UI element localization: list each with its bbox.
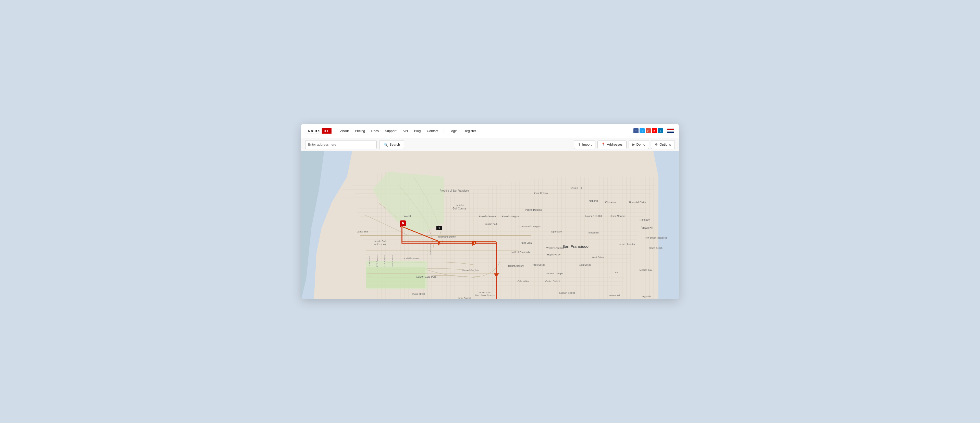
toolbar: 🔍 Search ⬆ Import 📍 Addresses ▶ Demo ⚙ O…	[301, 138, 679, 151]
svg-text:Union Square: Union Square	[610, 215, 625, 218]
svg-text:Open Space Reserve: Open Space Reserve	[475, 294, 495, 296]
logo-route: Route	[306, 128, 322, 134]
facebook-icon[interactable]: f	[633, 128, 638, 133]
demo-label: Demo	[636, 142, 646, 146]
browser-window: RouteXL About Pricing Docs Support API B…	[301, 124, 679, 299]
nav-pricing[interactable]: Pricing	[352, 128, 368, 134]
nav-right: f t g+ ▶ in	[633, 128, 674, 133]
svg-text:Transbay: Transbay	[639, 219, 649, 221]
svg-text:San Francisco: San Francisco	[563, 244, 589, 249]
nav-blog[interactable]: Blog	[412, 128, 423, 134]
nav-api[interactable]: API	[400, 128, 410, 134]
svg-text:40th Avenue: 40th Avenue	[391, 255, 394, 267]
svg-text:Richmond District: Richmond District	[438, 236, 456, 238]
svg-text:Chinatown: Chinatown	[605, 201, 617, 204]
svg-text:Cow Hollow: Cow Hollow	[535, 192, 548, 195]
svg-text:Golf Course: Golf Course	[374, 243, 387, 246]
nav-login[interactable]: Login	[447, 128, 460, 134]
svg-text:25th Avenue: 25th Avenue	[430, 244, 432, 255]
import-label: Import	[582, 142, 592, 146]
svg-text:Presidio: Presidio	[455, 204, 464, 207]
addresses-button[interactable]: 📍 Addresses	[597, 140, 626, 149]
options-icon: ⚙	[655, 142, 658, 146]
svg-text:Dogpatch: Dogpatch	[641, 295, 651, 298]
svg-text:Castro District: Castro District	[546, 280, 560, 283]
logo[interactable]: RouteXL	[306, 128, 331, 134]
svg-text:Irving Street: Irving Street	[412, 293, 425, 295]
nav-contact[interactable]: Contact	[425, 128, 441, 134]
svg-text:37th Avenue: 37th Avenue	[383, 255, 386, 267]
svg-text:Lower Pacific Heights: Lower Pacific Heights	[519, 225, 541, 228]
toolbar-right: ⬆ Import 📍 Addresses ▶ Demo ⚙ Options	[574, 140, 675, 149]
svg-text:Mission Bay: Mission Bay	[640, 269, 652, 271]
svg-text:Lower Nob Hill: Lower Nob Hill	[585, 215, 601, 218]
svg-text:12th Street: 12th Street	[579, 263, 591, 266]
svg-text:Mission District: Mission District	[559, 292, 575, 294]
navbar: RouteXL About Pricing Docs Support API B…	[301, 124, 679, 138]
svg-text:Presidio Heights: Presidio Heights	[502, 215, 519, 218]
svg-text:Lincoln Park: Lincoln Park	[374, 240, 387, 243]
svg-text:Presidio Terrace: Presidio Terrace	[479, 215, 496, 218]
svg-text:Port of San Francisco: Port of San Francisco	[645, 236, 667, 239]
nav-about[interactable]: About	[338, 128, 352, 134]
nav-support[interactable]: Support	[382, 128, 399, 134]
nav-divider: |	[442, 129, 446, 133]
svg-text:Nob Hill: Nob Hill	[589, 200, 598, 202]
svg-text:Seacliff: Seacliff	[403, 215, 411, 218]
svg-text:⚑: ⚑	[401, 222, 404, 225]
options-label: Options	[659, 142, 671, 146]
address-input[interactable]	[305, 140, 377, 149]
import-button[interactable]: ⬆ Import	[574, 140, 595, 149]
nav-docs[interactable]: Docs	[369, 128, 381, 134]
svg-text:Pacific Heights: Pacific Heights	[525, 208, 542, 211]
svg-text:4th Avenue: 4th Avenue	[368, 256, 371, 266]
language-flag-icon[interactable]	[667, 128, 674, 133]
svg-text:Cabrillo Street: Cabrillo Street	[404, 257, 419, 260]
search-label: Search	[390, 142, 400, 146]
svg-rect-0	[301, 151, 679, 299]
svg-text:Nancy Pelosi Drive: Nancy Pelosi Drive	[462, 269, 479, 271]
nav-register[interactable]: Register	[461, 128, 479, 134]
demo-button[interactable]: ▶ Demo	[628, 140, 649, 149]
svg-text:Presidio of San Francisco: Presidio of San Francisco	[440, 189, 469, 192]
youtube-icon[interactable]: ▶	[652, 128, 657, 133]
svg-text:Inner Sunset: Inner Sunset	[458, 297, 471, 299]
svg-text:Haight Ashbury: Haight Ashbury	[508, 265, 524, 267]
google-plus-icon[interactable]: g+	[646, 128, 651, 133]
svg-text:Mount Sutro: Mount Sutro	[479, 291, 490, 294]
logo-xl: XL	[322, 128, 331, 134]
svg-text:Golf Course: Golf Course	[452, 207, 466, 210]
svg-text:Western Addition: Western Addition	[546, 247, 564, 249]
svg-text:Hayes Valley: Hayes Valley	[547, 254, 560, 256]
addresses-icon: 📍	[601, 142, 605, 146]
svg-text:South of Market: South of Market	[619, 243, 635, 246]
svg-text:1: 1	[438, 227, 440, 230]
svg-text:Page Street: Page Street	[532, 263, 545, 266]
svg-text:Russian Hill: Russian Hill	[569, 187, 582, 190]
twitter-icon[interactable]: t	[640, 128, 645, 133]
options-button[interactable]: ⚙ Options	[651, 140, 675, 149]
svg-text:Rincon Hill: Rincon Hill	[641, 226, 653, 229]
svg-text:Anza Vista: Anza Vista	[521, 242, 532, 244]
demo-icon: ▶	[632, 142, 635, 146]
svg-text:Golden Gate Park: Golden Gate Park	[416, 275, 437, 278]
svg-text:I 80: I 80	[615, 271, 619, 274]
linkedin-icon[interactable]: in	[658, 128, 663, 133]
svg-text:West SoMa: West SoMa	[592, 256, 604, 259]
svg-text:Potrero Hill: Potrero Hill	[609, 294, 620, 297]
svg-text:Cole Valley: Cole Valley	[517, 280, 529, 283]
svg-text:Japantown: Japantown	[551, 230, 562, 233]
nav-links: About Pricing Docs Support API Blog Cont…	[338, 128, 633, 134]
svg-text:S: S	[473, 242, 475, 244]
svg-text:↓: ↓	[496, 272, 497, 276]
social-icons: f t g+ ▶ in	[633, 128, 663, 133]
search-icon: 🔍	[383, 142, 388, 147]
map-container[interactable]: Presidio of San Francisco Presidio Golf …	[301, 151, 679, 299]
svg-text:Tenderloin: Tenderloin	[588, 231, 599, 234]
svg-text:Duboce Triangle: Duboce Triangle	[546, 272, 563, 275]
map-background: Presidio of San Francisco Presidio Golf …	[301, 151, 679, 299]
svg-text:North of Panhandle: North of Panhandle	[511, 251, 531, 254]
search-button[interactable]: 🔍 Search	[379, 140, 404, 149]
import-icon: ⬆	[578, 142, 581, 146]
svg-text:Financial District: Financial District	[628, 201, 648, 204]
